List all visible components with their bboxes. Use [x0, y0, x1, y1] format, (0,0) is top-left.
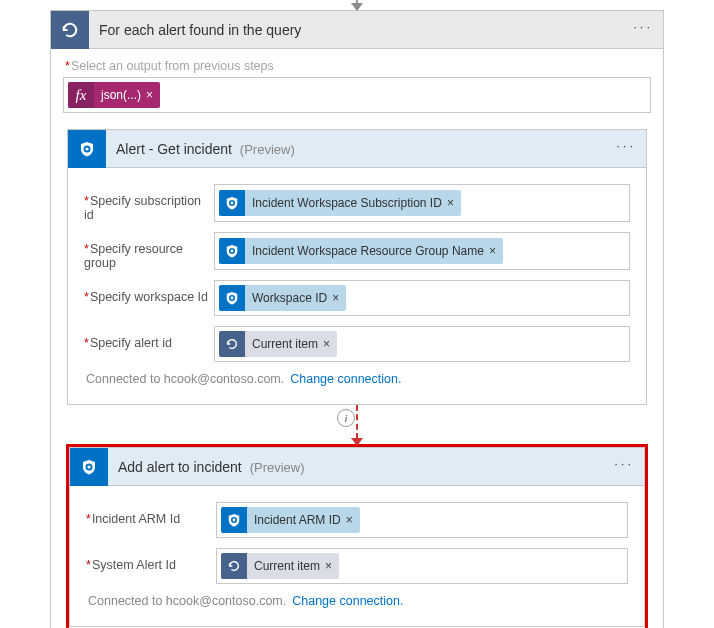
fx-icon: fx	[68, 82, 94, 108]
sentinel-icon	[221, 507, 247, 533]
get-incident-header[interactable]: Alert - Get incident (Preview) ···	[68, 130, 646, 168]
label-system-alert: System Alert Id	[86, 548, 216, 584]
token-current-item[interactable]: Current item×	[219, 331, 337, 357]
json-token[interactable]: fx json(...)×	[68, 82, 160, 108]
get-incident-menu[interactable]: ···	[616, 130, 636, 162]
remove-token[interactable]: ×	[323, 337, 330, 351]
add-alert-header[interactable]: Add alert to incident (Preview) ···	[70, 448, 644, 486]
add-alert-card: Add alert to incident (Preview) ··· Inci…	[69, 447, 645, 627]
foreach-card: For each alert found in the query ··· Se…	[50, 10, 664, 628]
preview-tag: (Preview)	[240, 142, 295, 157]
label-resource-group: Specify resource group	[84, 232, 214, 270]
sentinel-icon	[219, 285, 245, 311]
field-subscription[interactable]: Incident Workspace Subscription ID×	[214, 184, 630, 222]
token-arm-id[interactable]: Incident ARM ID×	[221, 507, 360, 533]
sentinel-icon	[219, 238, 245, 264]
loop-icon	[221, 553, 247, 579]
field-system-alert[interactable]: Current item×	[216, 548, 628, 584]
info-icon[interactable]: i	[337, 409, 355, 427]
foreach-menu[interactable]: ···	[633, 11, 653, 43]
label-subscription: Specify subscription id	[84, 184, 214, 222]
sentinel-icon	[68, 130, 106, 168]
change-connection-link[interactable]: Change connection.	[292, 594, 403, 608]
connection-info: Connected to hcook@contoso.com.Change co…	[84, 362, 630, 388]
sentinel-icon	[219, 190, 245, 216]
highlighted-step: Add alert to incident (Preview) ··· Inci…	[67, 445, 647, 628]
change-connection-link[interactable]: Change connection.	[290, 372, 401, 386]
remove-token[interactable]: ×	[332, 291, 339, 305]
label-workspace: Specify workspace Id	[84, 280, 214, 316]
preview-tag: (Preview)	[250, 460, 305, 475]
field-alert-id[interactable]: Current item×	[214, 326, 630, 362]
remove-token[interactable]: ×	[346, 513, 353, 527]
get-incident-card: Alert - Get incident (Preview) ··· Speci…	[67, 129, 647, 405]
output-field[interactable]: fx json(...)×	[63, 77, 651, 113]
label-arm-id: Incident ARM Id	[86, 502, 216, 538]
foreach-title: For each alert found in the query	[89, 22, 663, 38]
field-resource-group[interactable]: Incident Workspace Resource Group Name×	[214, 232, 630, 270]
token-resource-group[interactable]: Incident Workspace Resource Group Name×	[219, 238, 503, 264]
label-alert-id: Specify alert id	[84, 326, 214, 362]
field-workspace[interactable]: Workspace ID×	[214, 280, 630, 316]
add-alert-menu[interactable]: ···	[614, 448, 634, 480]
remove-token[interactable]: ×	[325, 559, 332, 573]
remove-token[interactable]: ×	[146, 88, 153, 102]
remove-token[interactable]: ×	[447, 196, 454, 210]
output-label: Select an output from previous steps	[63, 55, 651, 77]
add-alert-title: Add alert to incident	[118, 459, 242, 475]
foreach-header[interactable]: For each alert found in the query ···	[51, 11, 663, 49]
token-subscription[interactable]: Incident Workspace Subscription ID×	[219, 190, 461, 216]
loop-icon	[219, 331, 245, 357]
sentinel-icon	[70, 448, 108, 486]
connection-info: Connected to hcook@contoso.com.Change co…	[86, 584, 628, 610]
token-workspace[interactable]: Workspace ID×	[219, 285, 346, 311]
token-current-item[interactable]: Current item×	[221, 553, 339, 579]
field-arm-id[interactable]: Incident ARM ID×	[216, 502, 628, 538]
get-incident-title: Alert - Get incident	[116, 141, 232, 157]
loop-icon	[51, 11, 89, 49]
remove-token[interactable]: ×	[489, 244, 496, 258]
